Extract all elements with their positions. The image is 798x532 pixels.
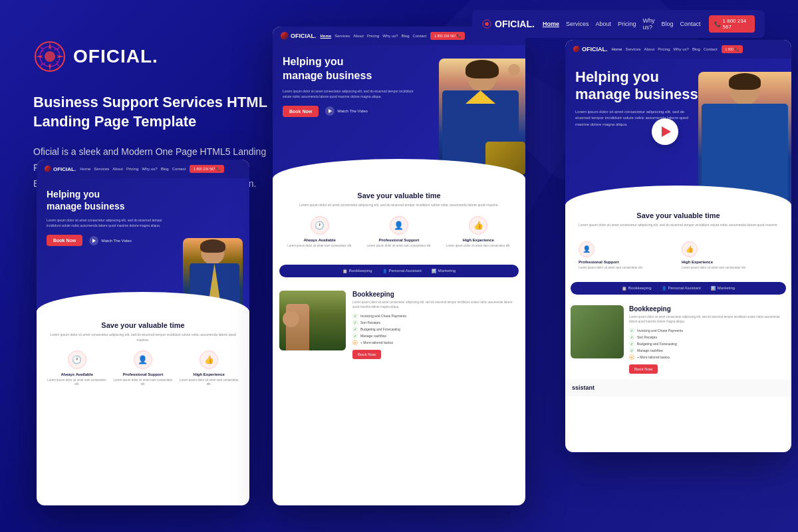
cnav-about: About (353, 34, 364, 38)
preview-center-cta: 1 800 234 567 📞 (430, 32, 464, 40)
preview-right-tab-bar: 📋 Bookkeeping 👤 Personal Assistant 📊 Mar… (571, 282, 786, 295)
nav-pricing[interactable]: Pricing (618, 21, 636, 27)
rnav-pricing: Pricing (658, 47, 670, 51)
check-icon-2: ✓ (352, 320, 358, 325)
preview-center-book-now-btn[interactable]: Book Now (352, 350, 381, 359)
nav-about[interactable]: About (595, 21, 611, 27)
right-bk-image (571, 305, 624, 358)
checklist-item-2: ✓ Sort Receipts (352, 320, 519, 325)
check-label-1: Invoicing and Chase Payments (360, 314, 406, 318)
rtab-assistant[interactable]: 👤 Personal Assistant (662, 286, 701, 291)
preview-left-services: Save your valuable time Lorem ipsum dolo… (37, 311, 249, 404)
tab-personal-assistant[interactable]: 👤 Personal Assistant (382, 269, 422, 273)
preview-right-cta: 1 800 📞 (722, 45, 743, 53)
feature-professional-support: 👤 Professional Support Lorem ipsum dolor… (112, 350, 173, 387)
nav-services[interactable]: Services (566, 21, 589, 27)
preview-left-play-icon (89, 236, 98, 245)
preview-center-tab-bar: 📋 Bookkeeping 👤 Personal Assistant 📊 Mar… (279, 265, 519, 277)
preview-center-window: OFICIAL. Home Services About Pricing Why… (273, 27, 525, 505)
check-icon-3: ✓ (352, 327, 358, 332)
cnav-contact: Contact (413, 34, 427, 38)
preview-center-watch-btn[interactable]: Watch The Video (325, 106, 368, 116)
right-check-2: ✓ Sort Receipts (629, 334, 786, 340)
nav-whyus[interactable]: Why us? (642, 17, 654, 31)
cnav-services: Services (334, 34, 350, 38)
play-triangle (92, 239, 96, 243)
rnav-blog: Blog (692, 47, 700, 51)
tab-bookkeeping-label: Bookkeeping (349, 269, 372, 273)
top-nav-phone-btn[interactable]: 📞 1 800 234 567 (709, 15, 755, 33)
feature-c-3-label: High Experience (442, 238, 515, 242)
clock-icon-c: 🕐 (311, 216, 329, 235)
feature-high-experience: 👍 High Experience Lorem ipsum dolor sit … (179, 350, 239, 387)
mandala-logo-icon (33, 40, 66, 73)
check-label-5: + More tailored taskss (360, 340, 393, 344)
tab-bookkeeping[interactable]: 📋 Bookkeeping (342, 269, 372, 273)
pnav-services: Services (94, 167, 109, 171)
preview-right-heading: Helping youmanage business (575, 68, 708, 104)
preview-right-window: OFICIAL. Home Services About Pricing Why… (565, 40, 791, 452)
checklist-item-5: + + More tailored taskss (352, 340, 519, 345)
preview-center-hero-wrap: Helping youmanage business Lorem ipsum d… (273, 45, 525, 178)
nav-contact[interactable]: Contact (680, 21, 700, 27)
preview-center-section-title: Save your valuable time (283, 192, 515, 200)
right-check-label-1: Invoicing and Chase Payments (637, 329, 683, 332)
person-icon: 👤 (134, 350, 152, 369)
pnav-about: About (112, 167, 123, 171)
preview-right-section-title: Save your valuable time (572, 211, 785, 219)
preview-center-bookkeeping: Bookkeeping Lorem ipsum dolor sit amet c… (273, 284, 525, 366)
template-title: Business Support Services HTML Landing P… (33, 93, 286, 131)
preview-left-hero-body: Lorem ipsum dolor sit amet consectetur a… (47, 217, 162, 228)
right-check-label-4: Manage cashflow (637, 348, 663, 352)
preview-left-book-btn[interactable]: Book Now (47, 235, 82, 246)
check-label-3: Budgeting and Forecasting (360, 327, 400, 331)
play-triangle-large (662, 126, 671, 137)
bookkeeping-image (279, 291, 346, 350)
right-check-5: + + More tailored taskss (629, 354, 786, 360)
preview-left-watch-btn[interactable]: Watch The Video (89, 236, 132, 245)
preview-left-navbar: OFICIAL. Home Services About Pricing Why… (37, 160, 249, 178)
right-check-label-3: Budgeting and Forecasting (637, 342, 677, 346)
right-book-now-btn[interactable]: Book Now (629, 364, 658, 374)
rnav-contact: Contact (704, 47, 718, 51)
support-icon: 👤 (579, 241, 595, 257)
checklist-item-4: ✓ Manage cashflow (352, 333, 519, 338)
nav-blog[interactable]: Blog (661, 21, 673, 27)
top-right-logo: OFICIAL. (482, 19, 535, 29)
bookkeeping-icon: 📋 (342, 269, 347, 273)
play-triangle-c (329, 109, 332, 113)
assistant-icon: 👤 (382, 269, 387, 273)
bookkeeping-title: Bookkeeping (352, 291, 519, 298)
feature-c-2-desc: Lorem ipsum dolor sit amet nam consectet… (362, 244, 436, 248)
feature-c-1-label: Always Available (283, 238, 356, 242)
right-feature-support-label: Professional Support (579, 260, 675, 264)
right-check-4: ✓ Manage cashflow (629, 348, 786, 353)
tab-marketing-label: Marketing (438, 269, 456, 273)
feature-c-2-label: Professional Support (362, 238, 436, 242)
right-assistant-label: ssistant (572, 384, 785, 391)
preview-right-logo-icon (573, 46, 580, 53)
preview-right-play-btn[interactable] (652, 118, 678, 145)
rtab-marketing[interactable]: 📊 Marketing (711, 286, 735, 291)
feature-1-label: Always Available (47, 372, 107, 376)
preview-right-nav: Home Services About Pricing Why us? Blog… (612, 47, 718, 51)
right-check-icon-3: ✓ (629, 341, 634, 346)
top-logo-text: OFICIAL. (495, 19, 535, 29)
feature-c-1-desc: Lorem ipsum dolor sit amet nam consectet… (283, 244, 356, 248)
preview-right-logo-text: OFICIAL. (582, 46, 608, 53)
nav-home[interactable]: Home (543, 21, 559, 27)
feature-c-3: 👍 High Experience Lorem ipsum dolor sit … (442, 216, 515, 248)
preview-left-section-title: Save your valuable time (47, 321, 239, 329)
main-logo-text: OFICIAL. (73, 46, 158, 67)
right-feature-support-desc: Lorem ipsum dolor sit amet nam consectet… (579, 266, 675, 270)
clock-icon: 🕐 (68, 350, 86, 369)
preview-center-book-btn[interactable]: Book Now (283, 106, 319, 117)
rnav-about: About (644, 47, 655, 51)
rnav-services: Services (626, 47, 641, 51)
top-logo-icon (482, 19, 491, 29)
preview-left-logo-icon (45, 166, 51, 172)
rtab-bookkeeping[interactable]: 📋 Bookkeeping (622, 286, 652, 291)
marketing-icon: 📊 (432, 269, 436, 273)
tab-marketing[interactable]: 📊 Marketing (432, 269, 456, 273)
right-feature-support: 👤 Professional Support Lorem ipsum dolor… (579, 241, 675, 270)
